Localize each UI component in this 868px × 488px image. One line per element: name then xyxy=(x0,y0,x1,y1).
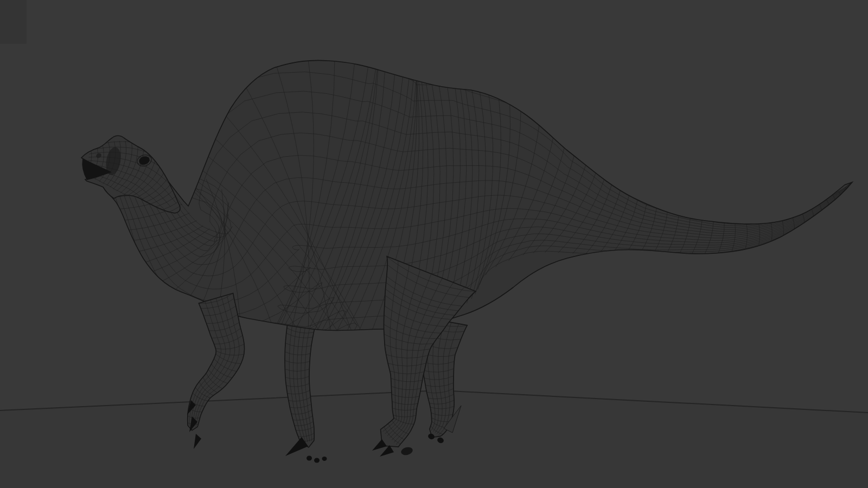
far-arm-toe-2 xyxy=(314,458,320,463)
far-arm-toe-1 xyxy=(307,456,312,461)
viewport-3d xyxy=(0,0,868,488)
viewport-canvas[interactable] xyxy=(0,0,868,488)
far-arm-toe-3 xyxy=(322,457,327,461)
corner-overlay xyxy=(0,0,27,44)
